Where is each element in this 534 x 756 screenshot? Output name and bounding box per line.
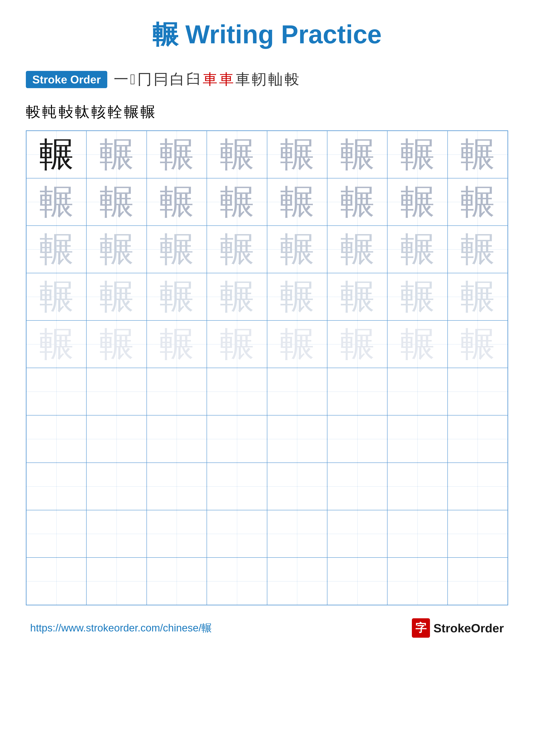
grid-cell-8-3[interactable] [147,463,207,510]
grid-cell-3-4[interactable]: 輾 [207,226,267,273]
grid-cell-4-7[interactable]: 輾 [387,273,447,320]
grid-cell-1-8[interactable]: 輾 [447,131,508,178]
grid-cell-7-3[interactable] [147,415,207,463]
grid-cell-1-4[interactable]: 輾 [207,131,267,178]
grid-cell-9-4[interactable] [207,510,267,557]
grid-cell-3-7[interactable]: 輾 [387,226,447,273]
grid-cell-7-2[interactable] [87,415,146,463]
grid-cell-10-8[interactable] [447,557,508,605]
grid-cell-4-1[interactable]: 輾 [26,273,87,320]
grid-cell-8-1[interactable] [26,463,87,510]
stroke-6: 臼 [186,69,201,89]
grid-cell-10-7[interactable] [387,557,447,605]
grid-cell-10-4[interactable] [207,557,267,605]
grid-cell-3-2[interactable]: 輾 [87,226,146,273]
grid-cell-8-8[interactable] [447,463,508,510]
grid-cell-9-8[interactable] [447,510,508,557]
grid-cell-7-4[interactable] [207,415,267,463]
footer-logo: 字 StrokeOrder [412,618,504,638]
grid-cell-9-5[interactable] [267,510,327,557]
grid-cell-2-7[interactable]: 輾 [387,178,447,226]
grid-cell-5-5[interactable]: 輾 [267,320,327,368]
grid-cell-2-5[interactable]: 輾 [267,178,327,226]
grid-cell-2-6[interactable]: 輾 [327,178,387,226]
grid-cell-4-4[interactable]: 輾 [207,273,267,320]
practice-char: 輾 [220,179,254,225]
grid-cell-5-4[interactable]: 輾 [207,320,267,368]
grid-cell-5-6[interactable]: 輾 [327,320,387,368]
grid-cell-10-6[interactable] [327,557,387,605]
grid-cell-6-5[interactable] [267,368,327,415]
footer: https://www.strokeorder.com/chinese/輾 字 … [26,618,508,638]
grid-cell-5-8[interactable]: 輾 [447,320,508,368]
grid-cell-2-8[interactable]: 輾 [447,178,508,226]
stroke-12: 軗 [285,69,299,89]
practice-char: 輾 [400,131,435,178]
grid-cell-2-2[interactable]: 輾 [87,178,146,226]
practice-char: 輾 [39,179,74,225]
grid-cell-7-6[interactable] [327,415,387,463]
grid-cell-7-7[interactable] [387,415,447,463]
grid-cell-7-5[interactable] [267,415,327,463]
footer-url: https://www.strokeorder.com/chinese/輾 [30,621,212,635]
grid-cell-6-4[interactable] [207,368,267,415]
grid-cell-1-5[interactable]: 輾 [267,131,327,178]
grid-cell-8-6[interactable] [327,463,387,510]
grid-cell-4-3[interactable]: 輾 [147,273,207,320]
grid-cell-8-4[interactable] [207,463,267,510]
practice-char: 輾 [340,179,375,225]
grid-cell-6-2[interactable] [87,368,146,415]
grid-cell-3-1[interactable]: 輾 [26,226,87,273]
footer-logo-icon: 字 [412,618,430,638]
stroke-3: 冂 [137,69,152,89]
grid-cell-10-2[interactable] [87,557,146,605]
practice-char: 輾 [340,131,375,178]
grid-cell-1-2[interactable]: 輾 [87,131,146,178]
grid-cell-3-3[interactable]: 輾 [147,226,207,273]
grid-cell-9-1[interactable] [26,510,87,557]
grid-cell-9-7[interactable] [387,510,447,557]
grid-cell-9-3[interactable] [147,510,207,557]
practice-char: 輾 [460,321,495,367]
grid-cell-5-3[interactable]: 輾 [147,320,207,368]
grid-cell-6-1[interactable] [26,368,87,415]
stroke-7: 車 [203,69,217,89]
grid-cell-3-5[interactable]: 輾 [267,226,327,273]
grid-cell-8-7[interactable] [387,463,447,510]
grid-cell-4-6[interactable]: 輾 [327,273,387,320]
grid-cell-6-6[interactable] [327,368,387,415]
grid-cell-10-1[interactable] [26,557,87,605]
grid-cell-5-1[interactable]: 輾 [26,320,87,368]
grid-cell-8-5[interactable] [267,463,327,510]
grid-cell-2-4[interactable]: 輾 [207,178,267,226]
grid-cell-7-8[interactable] [447,415,508,463]
grid-cell-3-6[interactable]: 輾 [327,226,387,273]
grid-cell-6-8[interactable] [447,368,508,415]
grid-cell-3-8[interactable]: 輾 [447,226,508,273]
stroke-11: 軕 [268,69,283,89]
grid-cell-1-7[interactable]: 輾 [387,131,447,178]
grid-cell-2-1[interactable]: 輾 [26,178,87,226]
grid-cell-6-3[interactable] [147,368,207,415]
stroke-20: 輾 [140,102,155,122]
practice-char: 輾 [220,274,254,320]
grid-cell-9-2[interactable] [87,510,146,557]
grid-cell-8-2[interactable] [87,463,146,510]
grid-cell-2-3[interactable]: 輾 [147,178,207,226]
grid-cell-1-1[interactable]: 輾 [26,131,87,178]
grid-cell-9-6[interactable] [327,510,387,557]
grid-cell-1-6[interactable]: 輾 [327,131,387,178]
grid-cell-4-5[interactable]: 輾 [267,273,327,320]
practice-char: 輾 [220,226,254,273]
grid-cell-4-2[interactable]: 輾 [87,273,146,320]
grid-cell-1-3[interactable]: 輾 [147,131,207,178]
grid-cell-5-2[interactable]: 輾 [87,320,146,368]
grid-cell-10-5[interactable] [267,557,327,605]
grid-cell-5-7[interactable]: 輾 [387,320,447,368]
grid-cell-6-7[interactable] [387,368,447,415]
practice-char: 輾 [340,321,375,367]
grid-cell-7-1[interactable] [26,415,87,463]
practice-char: 輾 [99,274,134,320]
grid-cell-4-8[interactable]: 輾 [447,273,508,320]
grid-cell-10-3[interactable] [147,557,207,605]
